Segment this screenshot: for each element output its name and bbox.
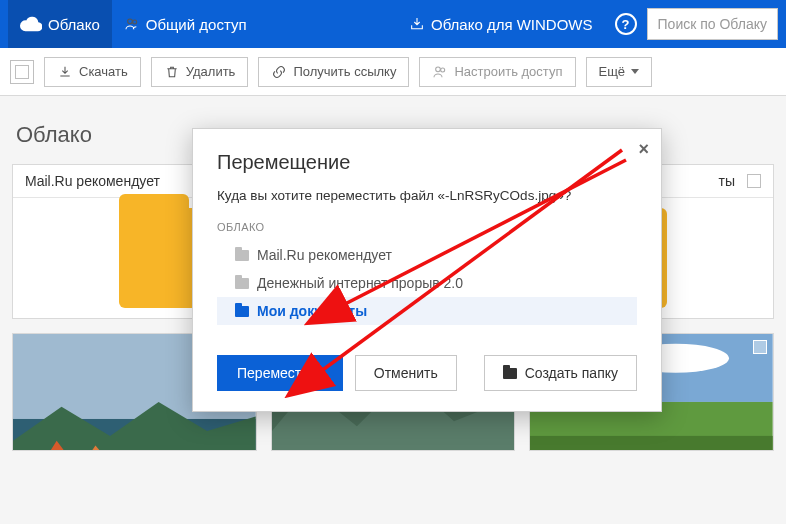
folder-small-icon [235, 278, 249, 289]
create-folder-button[interactable]: Создать папку [484, 355, 637, 391]
tree-item-label: Денежный интернет прорыв 2.0 [257, 275, 463, 291]
folder-small-icon [235, 306, 249, 317]
dialog-title: Перемещение [217, 151, 637, 174]
move-dialog: × Перемещение Куда вы хотите переместить… [192, 128, 662, 412]
close-icon[interactable]: × [638, 139, 649, 160]
move-button[interactable]: Переместить [217, 355, 343, 391]
tree-item[interactable]: Денежный интернет прорыв 2.0 [217, 269, 637, 297]
folder-dark-icon [503, 368, 517, 379]
cancel-button[interactable]: Отменить [355, 355, 457, 391]
folder-small-icon [235, 250, 249, 261]
create-folder-label: Создать папку [525, 365, 618, 381]
tree-item[interactable]: Mail.Ru рекомендует [217, 241, 637, 269]
dialog-prompt: Куда вы хотите переместить файл «-LnRSRy… [217, 188, 637, 203]
folder-tree: Mail.Ru рекомендует Денежный интернет пр… [217, 241, 637, 325]
modal-overlay: × Перемещение Куда вы хотите переместить… [0, 0, 786, 524]
tree-item-selected[interactable]: Мои документы [217, 297, 637, 325]
tree-item-label: Mail.Ru рекомендует [257, 247, 392, 263]
tree-root-label: ОБЛАКО [217, 221, 637, 233]
dialog-actions: Переместить Отменить Создать папку [217, 355, 637, 391]
tree-item-label: Мои документы [257, 303, 367, 319]
